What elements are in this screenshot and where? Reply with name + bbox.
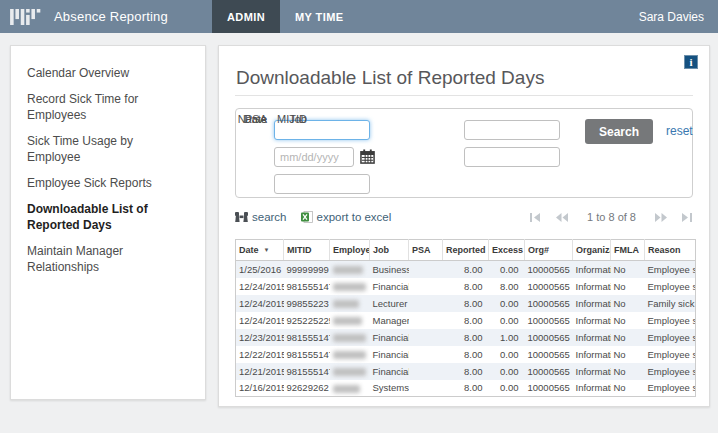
table-cell: Lecturer (370, 295, 409, 312)
table-row[interactable]: 12/21/2015981555147Financial A8.000.0010… (236, 363, 696, 380)
column-header-job[interactable]: Job (370, 240, 409, 261)
table-cell: 8.00 (443, 312, 489, 329)
sidebar-item-maintain-manager-relationships[interactable]: Maintain Manager Relationships (11, 238, 205, 280)
table-cell: 8.00 (443, 346, 489, 363)
table-cell: No (611, 380, 645, 397)
table-cell: No (611, 363, 645, 380)
column-header-org-[interactable]: Org# (525, 240, 573, 261)
toolbar-search-label: search (252, 211, 287, 223)
reset-link[interactable]: reset (666, 124, 693, 138)
table-row[interactable]: 12/16/201592629262Systems A8.000.0010000… (236, 380, 696, 397)
column-header-excess-h[interactable]: Excess H (489, 240, 525, 261)
table-cell: 981555147 (284, 278, 330, 295)
toolbar-search-button[interactable]: search (235, 211, 287, 223)
table-cell: 10000565 (525, 278, 573, 295)
search-button[interactable]: Search (585, 119, 653, 144)
table-cell: 10000565 (525, 312, 573, 329)
table-cell: Financial A (370, 363, 409, 380)
calendar-icon[interactable] (360, 149, 375, 164)
column-label: PSA (412, 245, 431, 255)
filter-form: Name Date PSA MITID Job (235, 108, 693, 198)
table-cell: 981555147 (284, 346, 330, 363)
table-cell (409, 312, 443, 329)
app-title: Absence Reporting (54, 9, 168, 24)
table-cell: Information (573, 380, 611, 397)
table-cell: 0.00 (489, 380, 525, 397)
sidebar-item-employee-sick-reports[interactable]: Employee Sick Reports (11, 170, 205, 196)
table-cell: Systems A (370, 380, 409, 397)
table-cell: 0.00 (489, 295, 525, 312)
pagination-status: 1 to 8 of 8 (587, 211, 636, 223)
psa-input[interactable] (274, 174, 370, 194)
table-cell: 10000565 (525, 295, 573, 312)
table-cell (330, 261, 370, 278)
table-cell: 925225225 (284, 312, 330, 329)
table-body: 1/25/201699999999Business A8.000.0010000… (236, 261, 696, 397)
table-cell: Information (573, 329, 611, 346)
table-cell: Employee sick (645, 346, 696, 363)
table-cell: 981555147 (284, 329, 330, 346)
table-cell (330, 380, 370, 397)
redacted-employee-name (333, 368, 366, 376)
date-input[interactable] (274, 147, 354, 167)
sidebar-item-record-sick-time-for-employees[interactable]: Record Sick Time for Employees (11, 86, 205, 128)
table-cell: 8.00 (443, 261, 489, 278)
column-label: Org# (528, 245, 549, 255)
last-page-icon[interactable] (682, 213, 693, 222)
sort-desc-icon: ▼ (264, 247, 270, 253)
table-row[interactable]: 12/22/2015981555147Financial A8.000.0010… (236, 346, 696, 363)
column-header-fmla[interactable]: FMLA (611, 240, 645, 261)
sidebar: Calendar OverviewRecord Sick Time for Em… (10, 45, 206, 400)
mitid-input[interactable] (464, 120, 560, 140)
table-cell (409, 261, 443, 278)
table-header-row: Date▼MITIDEmployeeJobPSAReportedExcess H… (236, 240, 696, 261)
table-row[interactable]: 12/24/2015981555147Financial A8.008.0010… (236, 278, 696, 295)
redacted-employee-name (333, 300, 359, 308)
table-cell: 10000565 (525, 261, 573, 278)
user-name[interactable]: Sara Davies (639, 10, 704, 24)
export-to-excel-button[interactable]: export to excel (301, 211, 392, 223)
column-header-date[interactable]: Date▼ (236, 240, 284, 261)
table-cell (330, 278, 370, 295)
column-label: Organiza (576, 245, 611, 255)
column-header-mitid[interactable]: MITID (284, 240, 330, 261)
table-cell: Employee sick (645, 363, 696, 380)
column-header-employee[interactable]: Employee (330, 240, 370, 261)
table-row[interactable]: 12/24/201599855223Lecturer8.000.00100005… (236, 295, 696, 312)
column-header-reported[interactable]: Reported (443, 240, 489, 261)
excel-icon (301, 211, 313, 223)
mit-logo[interactable] (10, 0, 41, 33)
table-cell: 12/16/2015 (236, 380, 284, 397)
tab-admin[interactable]: ADMIN (212, 0, 280, 33)
table-cell: 1/25/2016 (236, 261, 284, 278)
table-row[interactable]: 1/25/201699999999Business A8.000.0010000… (236, 261, 696, 278)
table-cell (330, 295, 370, 312)
table-cell: 8.00 (443, 295, 489, 312)
sidebar-item-downloadable-list-of-reported-days[interactable]: Downloadable List of Reported Days (11, 196, 205, 238)
sidebar-item-calendar-overview[interactable]: Calendar Overview (11, 60, 205, 86)
table-cell: 8.00 (443, 363, 489, 380)
table-cell: No (611, 312, 645, 329)
first-page-icon[interactable] (530, 213, 541, 222)
table-cell: Information (573, 261, 611, 278)
sidebar-item-sick-time-usage-by-employee[interactable]: Sick Time Usage by Employee (11, 128, 205, 170)
table-cell: 0.00 (489, 312, 525, 329)
table-row[interactable]: 12/23/2015981555147Financial A8.001.0010… (236, 329, 696, 346)
column-header-organiza[interactable]: Organiza (573, 240, 611, 261)
table-cell: 12/24/2015 (236, 312, 284, 329)
table-cell: Information (573, 363, 611, 380)
column-header-psa[interactable]: PSA (409, 240, 443, 261)
previous-page-icon[interactable] (556, 213, 568, 222)
page-title: Downloadable List of Reported Days (236, 67, 544, 89)
redacted-employee-name (333, 334, 366, 342)
column-label: Reason (648, 245, 681, 255)
table-cell: Information (573, 278, 611, 295)
table-cell: 12/22/2015 (236, 346, 284, 363)
next-page-icon[interactable] (655, 213, 667, 222)
job-input[interactable] (464, 147, 560, 167)
column-header-reason[interactable]: Reason (645, 240, 696, 261)
tab-my-time[interactable]: MY TIME (280, 0, 358, 33)
table-cell (409, 295, 443, 312)
info-icon[interactable]: i (684, 55, 698, 69)
table-row[interactable]: 12/24/2015925225225Manager8.000.00100005… (236, 312, 696, 329)
